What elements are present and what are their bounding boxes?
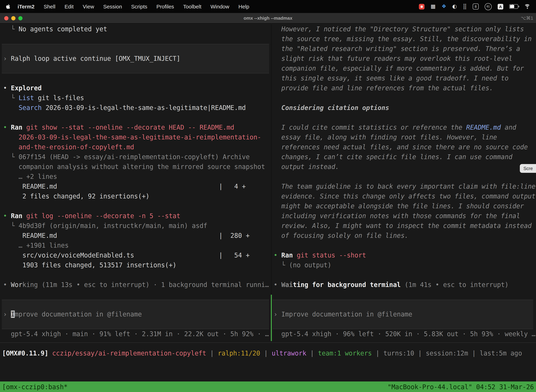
text-segment: companion analysis without altering the …: [3, 163, 265, 170]
battery-percent-icon[interactable]: 61: [485, 3, 492, 10]
key-app-icon[interactable]: 8: [473, 4, 479, 9]
omx-status-bar: [OMX#0.11.9] cczip/essay/ai-reimplementa…: [0, 348, 536, 358]
terminal-line: slight risk that future readers may over…: [272, 54, 536, 64]
terminal-line: output instead.: [272, 162, 536, 172]
text-segment: •: [274, 252, 281, 259]
battery-icon[interactable]: ϟ: [509, 4, 518, 9]
terminal-line: • Working (11m 13s • esc to interrupt) ·…: [0, 280, 271, 290]
menu-item-shell[interactable]: Shell: [44, 4, 55, 9]
minimize-button[interactable]: [11, 16, 15, 20]
terminal-line: 1903 files changed, 513517 insertions(+): [0, 260, 271, 270]
menu-item-help[interactable]: Help: [239, 4, 249, 9]
text-segment: 1903 files changed, 513517 insertions(+): [3, 261, 177, 269]
text-segment: including verification notes with those …: [274, 212, 520, 219]
terminal-line: • Waiting for background terminal (1m 41…: [272, 280, 536, 290]
text-segment: output instead.: [274, 163, 339, 170]
terminal-line: the source tree, missing the essay. Stil…: [272, 34, 536, 44]
terminal-line: gpt-5.4 xhigh · main · 91% left · 2.31M …: [0, 329, 271, 339]
contrast-circle-icon[interactable]: ◐: [452, 4, 457, 9]
text-segment: references need actual files, and since …: [274, 143, 528, 151]
terminal-line: the "Related research writing" section i…: [272, 44, 536, 54]
pane-divider[interactable]: [271, 24, 272, 339]
terminal-line: [0, 270, 271, 280]
window-title-bar[interactable]: omx --xhigh --madmax ⌥⌘1: [0, 13, 536, 23]
terminal-line: README.md | 280 +: [0, 231, 271, 241]
grid-icon[interactable]: ▦: [431, 4, 436, 9]
text-segment: ultrawork: [272, 350, 306, 357]
terminal-line: › Improve documentation in @filename: [2, 309, 142, 319]
close-button[interactable]: [4, 16, 9, 20]
charging-bolt-icon: ϟ: [511, 4, 514, 9]
terminal-line: [272, 93, 536, 103]
window-title: omx --xhigh --madmax: [0, 13, 536, 23]
text-segment: git status --short: [293, 252, 366, 259]
terminal-line: • Ran git show --stat --oneline --decora…: [0, 123, 271, 132]
terminal-line: 2026-03-09-is-legal-the-same-as-legitima…: [0, 132, 271, 142]
menu-item-view[interactable]: View: [83, 4, 94, 9]
text-segment: [3, 104, 19, 111]
text-segment: this single essay, it seems like a good …: [274, 75, 509, 82]
text-segment: README.md | 4 +: [3, 183, 246, 190]
text-segment: I: [11, 311, 15, 318]
text-segment: evidence. Since this change only affects…: [274, 192, 536, 200]
text-segment: README.md | 280 +: [3, 232, 250, 239]
terminal-line: companion analysis without altering the …: [0, 162, 271, 172]
text-segment: (1m 41s • esc to interrupt): [401, 281, 509, 288]
text-segment: └: [3, 94, 19, 102]
screen-edge-overlay-button[interactable]: Scre: [520, 164, 536, 173]
input-source-icon[interactable]: A: [498, 4, 503, 9]
terminal-line: [0, 73, 271, 83]
menu-item-iterm2[interactable]: iTerm2: [18, 4, 34, 9]
text-segment: src/voice/voiceModeEnabled.ts | 54 +: [3, 252, 250, 259]
menu-item-profiles[interactable]: Profiles: [157, 4, 174, 9]
terminal-line: [0, 201, 271, 211]
text-segment: slight risk that future readers may over…: [274, 55, 512, 62]
terminal-line: … +2 lines: [0, 172, 271, 182]
text-segment: •: [3, 84, 11, 92]
text-segment: and-the-erosion-of-copyleft.md: [3, 143, 134, 151]
terminal-line: The team guideline is to back every impo…: [272, 182, 536, 191]
terminal-line: [0, 290, 271, 300]
terminal-line: might be acceptable alongside the file l…: [272, 201, 536, 211]
terminal-line: gpt-5.4 xhigh · 96% left · 520K in · 5.8…: [272, 329, 536, 339]
text-segment: the source tree, missing the essay. Stil…: [274, 35, 531, 42]
text-segment: 2026-03-09-is-legal-the-same-as-legitima…: [42, 104, 246, 111]
tmux-host-time: "MacBook-Pro-44.local" 04:52 31-Mar-26: [388, 383, 534, 390]
text-segment: •: [3, 281, 11, 288]
text-segment: However, I noticed the "Directory Struct…: [274, 25, 524, 33]
text-segment: … +2 lines: [3, 173, 57, 180]
wifi-icon[interactable]: [524, 4, 530, 9]
text-segment: essay file, along with finding root file…: [274, 134, 497, 141]
terminal-line: • Ran git log --oneline --decorate -n 5 …: [0, 211, 271, 221]
prompt-input[interactable]: › Improve documentation in @filename: [2, 300, 269, 329]
text-segment: git ls-files: [34, 94, 84, 102]
dots-grid-icon[interactable]: ⣿: [463, 4, 467, 9]
terminal-line: references need actual files, and since …: [272, 142, 536, 152]
menu-item-window[interactable]: Window: [211, 4, 229, 9]
menu-item-edit[interactable]: Edit: [65, 4, 74, 9]
left-terminal-pane[interactable]: └ No agents completed yet› Ralph loop ac…: [0, 24, 271, 339]
blue-app-icon[interactable]: ❖: [442, 4, 446, 9]
prompt-input[interactable]: › Improve documentation in @filename: [273, 300, 533, 329]
right-terminal-pane[interactable]: However, I noticed the "Directory Struct…: [272, 24, 536, 339]
terminal-line: [272, 241, 536, 250]
terminal-line: [272, 270, 536, 280]
apple-menu-icon[interactable]: [6, 4, 10, 9]
text-segment: Ralph loop active continue [OMX_TMUX_INJ…: [11, 55, 180, 62]
text-segment: •: [274, 281, 281, 288]
menu-item-session[interactable]: Session: [103, 4, 122, 9]
terminal-line: [0, 34, 271, 44]
terminal-line: of focusing solely on file lines.: [272, 231, 536, 241]
tmux-session-label: [omx-cczip0:bash*: [2, 383, 67, 390]
text-segment: Wai: [281, 281, 293, 288]
terminal-line: … +1901 lines: [0, 241, 271, 250]
text-segment: Explored: [11, 84, 42, 92]
terminal-line: Considering citation options: [272, 103, 536, 113]
zoom-button[interactable]: [18, 16, 23, 20]
menu-item-toolbelt[interactable]: Toolbelt: [183, 4, 201, 9]
screen-recording-indicator-icon[interactable]: [419, 4, 425, 9]
text-segment: review. Also, I might want to inspect th…: [274, 222, 531, 229]
terminal-line: [0, 113, 271, 123]
terminal-line: essay file, along with finding root file…: [272, 132, 536, 142]
menu-item-scripts[interactable]: Scripts: [131, 4, 147, 9]
